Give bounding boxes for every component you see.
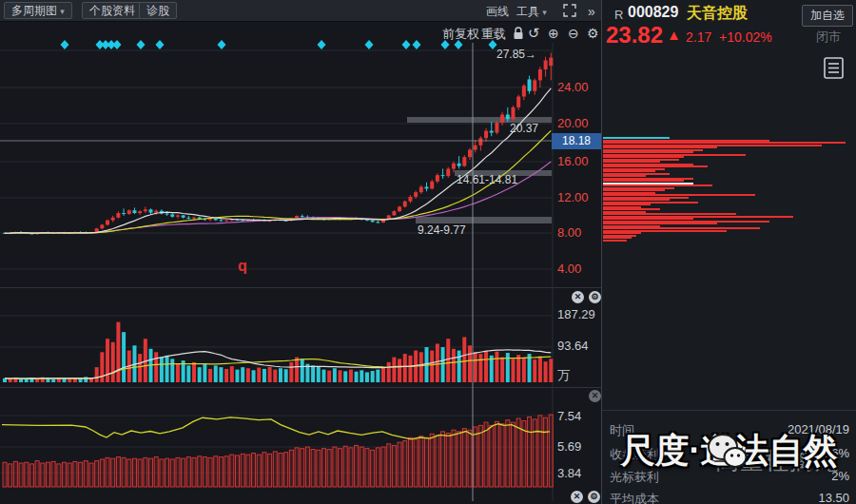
chip-report-icon[interactable] — [824, 57, 844, 79]
price-change: 2.17 — [686, 29, 711, 45]
level-annotation: 20.37 — [510, 122, 538, 135]
margin-flag: R — [614, 8, 623, 22]
stock-chart-app: 多周期图 ▾ 个股资料 诊股 画线 工具 ▾ » 前复权 重载 ↺ ⊕ ⊖ ⚙ … — [0, 0, 856, 504]
q-marker: q — [238, 258, 247, 275]
chevron-down-icon: ▾ — [60, 7, 65, 16]
draw-line-button[interactable]: 画线 — [486, 4, 509, 20]
close-volume-panel-icon[interactable]: ✕ — [572, 291, 584, 303]
top-toolbar: 多周期图 ▾ 个股资料 诊股 画线 工具 ▾ » — [0, 0, 601, 22]
zoom-out-icon[interactable]: ⊖ — [568, 26, 579, 41]
price-tick: 12.00 — [557, 190, 601, 204]
volume-unit: 万 — [557, 367, 601, 384]
price-tick: 8.00 — [557, 225, 601, 240]
add-watchlist-button[interactable]: 加自选 — [802, 5, 853, 27]
collapse-panel-icon[interactable]: » — [588, 4, 595, 19]
period-menu-button[interactable]: 多周期图 ▾ — [4, 2, 72, 19]
indicator-tick: 5.69 — [557, 439, 601, 454]
stock-code: 000829 — [628, 4, 678, 20]
main-chart-canvas[interactable] — [0, 0, 601, 504]
fullscreen-icon[interactable] — [563, 4, 576, 17]
last-price: 23.82 — [606, 22, 663, 48]
stock-info-button[interactable]: 个股资料 — [82, 2, 143, 19]
chip-bar — [603, 240, 627, 242]
wechat-icon — [706, 431, 749, 473]
price-tick: 16.00 — [557, 154, 601, 168]
forward-adjust-button[interactable]: 前复权 — [442, 26, 479, 43]
zoom-in-icon[interactable]: ⊕ — [548, 26, 559, 41]
price-tick: 20.00 — [557, 116, 601, 130]
price-tick: 24.00 — [557, 80, 601, 94]
indicator-tick: 3.84 — [557, 466, 601, 480]
up-arrow-icon: ▲ — [667, 27, 681, 43]
chart-settings-gear-icon[interactable]: ⚙ — [587, 26, 599, 41]
tools-label: 工具 — [516, 5, 539, 18]
chevron-down-icon: ▾ — [542, 8, 547, 17]
reload-button[interactable]: 重载 — [481, 26, 506, 43]
high-annotation: 27.85→ — [496, 48, 536, 61]
volume-tick: 187.29 — [557, 307, 601, 321]
info-label: 平均成本 — [610, 491, 659, 504]
indicator-tick: 7.54 — [557, 409, 601, 423]
close-bottom-panel-icon[interactable]: ✕ — [571, 491, 583, 503]
info-value: 13.50 — [818, 491, 849, 504]
tools-menu-button[interactable]: 工具 ▾ — [516, 4, 547, 20]
divider — [602, 410, 856, 411]
period-menu-label: 多周期图 — [11, 4, 57, 17]
market-status: 闭市 — [816, 29, 841, 46]
stock-name: 天音控股 — [687, 5, 748, 21]
crosshair-price-badge: 18.18 — [552, 133, 601, 149]
volume-tick: 93.64 — [557, 339, 601, 353]
range-annotation: 14.61-14.81 — [457, 173, 517, 186]
diagnose-button[interactable]: 诊股 — [139, 2, 177, 19]
range-annotation: 9.24-9.77 — [418, 223, 466, 237]
close-indicator-panel-icon[interactable]: ✕ — [589, 390, 601, 402]
bottom-settings-gear-icon[interactable]: ⚙ — [588, 491, 600, 503]
lock-icon[interactable] — [513, 27, 524, 40]
undo-icon[interactable]: ↺ — [528, 25, 540, 42]
price-tick: 4.00 — [557, 262, 601, 276]
price-change-pct: +10.02% — [719, 29, 772, 45]
volume-settings-gear-icon[interactable]: ⚙ — [589, 291, 601, 303]
